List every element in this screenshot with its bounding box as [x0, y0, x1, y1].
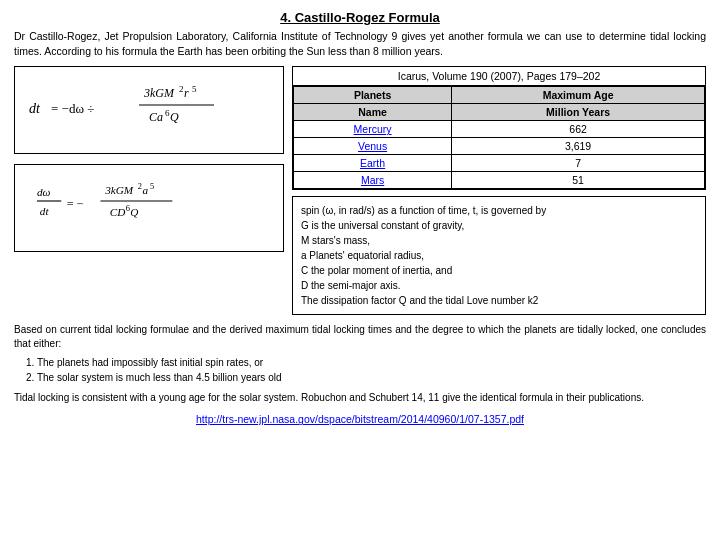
- svg-text:3kGM: 3kGM: [104, 184, 134, 196]
- formula-2-svg: dω dt = − 3kGM 2 a 5 CD 6 Q: [29, 173, 269, 243]
- page-title: 4. Castillo-Rogez Formula: [14, 10, 706, 25]
- svg-text:Q: Q: [170, 110, 179, 124]
- svg-text:dt: dt: [40, 205, 50, 217]
- svg-text:3kGM: 3kGM: [143, 86, 175, 100]
- main-content: dt = −dω ÷ 3kGM 2 r 5 Ca 6 Q dω: [14, 66, 706, 315]
- svg-text:dt: dt: [29, 101, 41, 116]
- svg-text:a: a: [142, 184, 148, 196]
- col-max-age: Maximum Age: [452, 87, 705, 104]
- svg-text:= −dω ÷: = −dω ÷: [51, 101, 94, 116]
- age-cell: 7: [452, 155, 705, 172]
- age-cell: 662: [452, 121, 705, 138]
- planet-name-cell[interactable]: Venus: [294, 138, 452, 155]
- svg-text:dω: dω: [37, 187, 51, 199]
- svg-text:2: 2: [138, 182, 142, 191]
- svg-text:r: r: [184, 86, 189, 100]
- footer-link[interactable]: http://trs-new.jpl.nasa.gov/dspace/bitst…: [196, 413, 524, 425]
- list-item: 1. The planets had impossibly fast initi…: [26, 355, 706, 370]
- svg-text:5: 5: [150, 182, 154, 191]
- bottom-paragraph: Based on current tidal locking formulae …: [14, 323, 706, 351]
- table-container: Icarus, Volume 190 (2007), Pages 179–202…: [292, 66, 706, 190]
- intro-paragraph: Dr Castillo-Rogez, Jet Propulsion Labora…: [14, 29, 706, 58]
- description-line: a Planets' equatorial radius,: [301, 248, 697, 263]
- description-box: spin (ω, in rad/s) as a function of time…: [292, 196, 706, 315]
- svg-text:= −: = −: [67, 197, 84, 211]
- age-cell: 3,619: [452, 138, 705, 155]
- description-line: G is the universal constant of gravity,: [301, 218, 697, 233]
- description-line: spin (ω, in rad/s) as a function of time…: [301, 203, 697, 218]
- svg-text:CD: CD: [110, 206, 126, 218]
- table-row: Venus3,619: [294, 138, 705, 155]
- planet-name-cell[interactable]: Mercury: [294, 121, 452, 138]
- age-cell: 51: [452, 172, 705, 189]
- svg-text:Q: Q: [130, 206, 138, 218]
- col-million-years: Million Years: [452, 104, 705, 121]
- planet-name-cell[interactable]: Mars: [294, 172, 452, 189]
- description-line: The dissipation factor Q and the tidal L…: [301, 293, 697, 308]
- page-container: 4. Castillo-Rogez Formula Dr Castillo-Ro…: [0, 0, 720, 540]
- data-table: Planets Maximum Age Name Million Years M…: [293, 86, 705, 189]
- right-panel: Icarus, Volume 190 (2007), Pages 179–202…: [292, 66, 706, 315]
- svg-text:Ca: Ca: [149, 110, 163, 124]
- formula-2-box: dω dt = − 3kGM 2 a 5 CD 6 Q: [14, 164, 284, 252]
- table-row: Mars51: [294, 172, 705, 189]
- description-line: C the polar moment of inertia, and: [301, 263, 697, 278]
- table-row: Mercury662: [294, 121, 705, 138]
- svg-text:5: 5: [192, 84, 197, 94]
- tidal-paragraph: Tidal locking is consistent with a young…: [14, 391, 706, 405]
- col-planets: Planets: [294, 87, 452, 104]
- numbered-list: 1. The planets had impossibly fast initi…: [26, 355, 706, 385]
- table-header: Icarus, Volume 190 (2007), Pages 179–202: [293, 67, 705, 86]
- description-line: D the semi-major axis.: [301, 278, 697, 293]
- formula-1-svg: dt = −dω ÷ 3kGM 2 r 5 Ca 6 Q: [29, 75, 269, 145]
- planet-name-cell[interactable]: Earth: [294, 155, 452, 172]
- list-item: 2. The solar system is much less than 4.…: [26, 370, 706, 385]
- formula-1-box: dt = −dω ÷ 3kGM 2 r 5 Ca 6 Q: [14, 66, 284, 154]
- table-row: Earth7: [294, 155, 705, 172]
- left-panel: dt = −dω ÷ 3kGM 2 r 5 Ca 6 Q dω: [14, 66, 284, 315]
- col-name: Name: [294, 104, 452, 121]
- svg-text:2: 2: [179, 84, 184, 94]
- description-line: M stars's mass,: [301, 233, 697, 248]
- svg-text:6: 6: [126, 205, 130, 214]
- footer-link-container: http://trs-new.jpl.nasa.gov/dspace/bitst…: [14, 413, 706, 425]
